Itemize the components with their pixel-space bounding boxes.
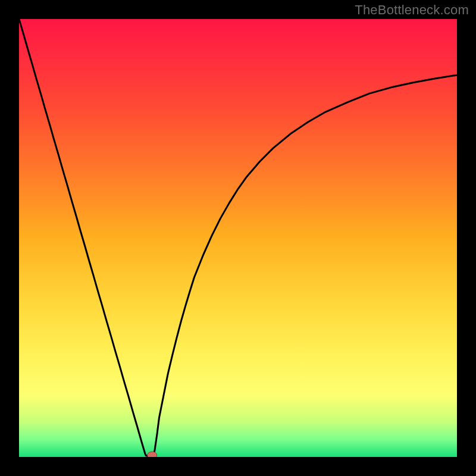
- plot-area: [19, 19, 457, 457]
- site-watermark: TheBottleneck.com: [355, 2, 469, 18]
- chart-svg: [19, 19, 457, 457]
- optimum-marker: [148, 452, 157, 457]
- gradient-background: [19, 19, 457, 457]
- chart-frame: TheBottleneck.com: [0, 0, 476, 476]
